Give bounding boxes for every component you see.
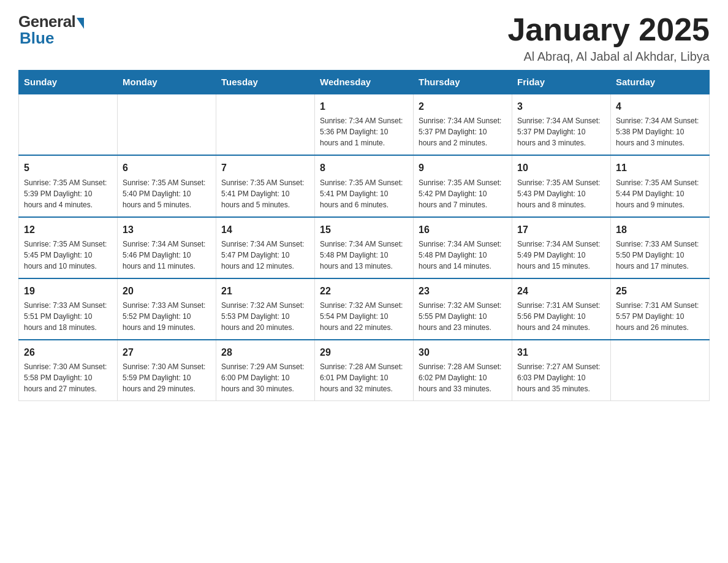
logo-arrow-icon	[77, 18, 84, 29]
day-number: 19	[24, 284, 112, 298]
day-info: Sunrise: 7:32 AM Sunset: 5:53 PM Dayligh…	[221, 300, 309, 333]
day-number: 22	[320, 284, 408, 298]
day-number: 12	[24, 223, 112, 237]
day-number: 23	[419, 284, 507, 298]
day-info: Sunrise: 7:30 AM Sunset: 5:58 PM Dayligh…	[24, 361, 112, 394]
day-number: 2	[419, 99, 507, 113]
day-number: 3	[517, 99, 605, 113]
day-info: Sunrise: 7:28 AM Sunset: 6:01 PM Dayligh…	[320, 361, 408, 394]
calendar-cell	[216, 94, 315, 155]
column-header-tuesday: Tuesday	[216, 71, 315, 94]
calendar-cell: 2Sunrise: 7:34 AM Sunset: 5:37 PM Daylig…	[414, 94, 512, 155]
day-info: Sunrise: 7:33 AM Sunset: 5:52 PM Dayligh…	[123, 300, 211, 333]
day-info: Sunrise: 7:32 AM Sunset: 5:55 PM Dayligh…	[419, 300, 507, 333]
day-number: 25	[616, 284, 704, 298]
day-number: 5	[24, 161, 112, 175]
day-number: 7	[221, 161, 309, 175]
day-number: 18	[616, 223, 704, 237]
calendar-cell: 12Sunrise: 7:35 AM Sunset: 5:45 PM Dayli…	[19, 217, 118, 278]
day-info: Sunrise: 7:27 AM Sunset: 6:03 PM Dayligh…	[517, 361, 605, 394]
day-number: 15	[320, 223, 408, 237]
day-info: Sunrise: 7:35 AM Sunset: 5:42 PM Dayligh…	[419, 177, 507, 210]
day-number: 27	[123, 345, 211, 359]
calendar-week-5: 26Sunrise: 7:30 AM Sunset: 5:58 PM Dayli…	[19, 340, 710, 401]
day-number: 26	[24, 345, 112, 359]
calendar-cell: 7Sunrise: 7:35 AM Sunset: 5:41 PM Daylig…	[216, 155, 315, 216]
day-number: 16	[419, 223, 507, 237]
calendar-cell: 10Sunrise: 7:35 AM Sunset: 5:43 PM Dayli…	[512, 155, 611, 216]
calendar-cell: 30Sunrise: 7:28 AM Sunset: 6:02 PM Dayli…	[414, 340, 512, 401]
day-info: Sunrise: 7:31 AM Sunset: 5:57 PM Dayligh…	[616, 300, 704, 333]
page-header: General Blue January 2025 Al Abraq, Al J…	[18, 12, 710, 64]
day-number: 13	[123, 223, 211, 237]
day-info: Sunrise: 7:35 AM Sunset: 5:44 PM Dayligh…	[616, 177, 704, 210]
day-info: Sunrise: 7:34 AM Sunset: 5:38 PM Dayligh…	[616, 115, 704, 148]
day-number: 8	[320, 161, 408, 175]
calendar-cell: 18Sunrise: 7:33 AM Sunset: 5:50 PM Dayli…	[611, 217, 710, 278]
calendar-cell: 31Sunrise: 7:27 AM Sunset: 6:03 PM Dayli…	[512, 340, 611, 401]
day-info: Sunrise: 7:30 AM Sunset: 5:59 PM Dayligh…	[123, 361, 211, 394]
calendar-week-2: 5Sunrise: 7:35 AM Sunset: 5:39 PM Daylig…	[19, 155, 710, 216]
column-header-thursday: Thursday	[414, 71, 512, 94]
day-number: 20	[123, 284, 211, 298]
calendar-cell: 11Sunrise: 7:35 AM Sunset: 5:44 PM Dayli…	[611, 155, 710, 216]
column-header-saturday: Saturday	[611, 71, 710, 94]
calendar-cell: 22Sunrise: 7:32 AM Sunset: 5:54 PM Dayli…	[315, 278, 414, 340]
calendar-week-4: 19Sunrise: 7:33 AM Sunset: 5:51 PM Dayli…	[19, 278, 710, 340]
day-info: Sunrise: 7:34 AM Sunset: 5:48 PM Dayligh…	[419, 239, 507, 272]
calendar-cell: 23Sunrise: 7:32 AM Sunset: 5:55 PM Dayli…	[414, 278, 512, 340]
day-info: Sunrise: 7:32 AM Sunset: 5:54 PM Dayligh…	[320, 300, 408, 333]
calendar-cell: 27Sunrise: 7:30 AM Sunset: 5:59 PM Dayli…	[118, 340, 216, 401]
day-number: 4	[616, 99, 704, 113]
day-info: Sunrise: 7:34 AM Sunset: 5:37 PM Dayligh…	[419, 115, 507, 148]
location-text: Al Abraq, Al Jabal al Akhdar, Libya	[507, 50, 710, 64]
column-header-friday: Friday	[512, 71, 611, 94]
day-number: 6	[123, 161, 211, 175]
calendar-cell: 15Sunrise: 7:34 AM Sunset: 5:48 PM Dayli…	[315, 217, 414, 278]
calendar-cell: 1Sunrise: 7:34 AM Sunset: 5:36 PM Daylig…	[315, 94, 414, 155]
day-number: 24	[517, 284, 605, 298]
day-number: 31	[517, 345, 605, 359]
day-number: 14	[221, 223, 309, 237]
day-info: Sunrise: 7:34 AM Sunset: 5:49 PM Dayligh…	[517, 239, 605, 272]
day-info: Sunrise: 7:35 AM Sunset: 5:39 PM Dayligh…	[24, 177, 112, 210]
column-header-wednesday: Wednesday	[315, 71, 414, 94]
day-info: Sunrise: 7:35 AM Sunset: 5:41 PM Dayligh…	[320, 177, 408, 210]
calendar-cell: 16Sunrise: 7:34 AM Sunset: 5:48 PM Dayli…	[414, 217, 512, 278]
calendar-cell: 20Sunrise: 7:33 AM Sunset: 5:52 PM Dayli…	[118, 278, 216, 340]
logo-blue-text: Blue	[18, 29, 54, 48]
day-number: 9	[419, 161, 507, 175]
calendar-cell: 14Sunrise: 7:34 AM Sunset: 5:47 PM Dayli…	[216, 217, 315, 278]
calendar-cell	[19, 94, 118, 155]
day-number: 30	[419, 345, 507, 359]
day-info: Sunrise: 7:28 AM Sunset: 6:02 PM Dayligh…	[419, 361, 507, 394]
calendar-cell: 19Sunrise: 7:33 AM Sunset: 5:51 PM Dayli…	[19, 278, 118, 340]
calendar-cell: 26Sunrise: 7:30 AM Sunset: 5:58 PM Dayli…	[19, 340, 118, 401]
calendar-week-3: 12Sunrise: 7:35 AM Sunset: 5:45 PM Dayli…	[19, 217, 710, 278]
day-info: Sunrise: 7:33 AM Sunset: 5:50 PM Dayligh…	[616, 239, 704, 272]
day-number: 28	[221, 345, 309, 359]
calendar-cell: 6Sunrise: 7:35 AM Sunset: 5:40 PM Daylig…	[118, 155, 216, 216]
day-info: Sunrise: 7:34 AM Sunset: 5:47 PM Dayligh…	[221, 239, 309, 272]
calendar-cell: 29Sunrise: 7:28 AM Sunset: 6:01 PM Dayli…	[315, 340, 414, 401]
day-info: Sunrise: 7:35 AM Sunset: 5:43 PM Dayligh…	[517, 177, 605, 210]
day-number: 10	[517, 161, 605, 175]
day-number: 11	[616, 161, 704, 175]
calendar-cell: 24Sunrise: 7:31 AM Sunset: 5:56 PM Dayli…	[512, 278, 611, 340]
calendar-cell: 17Sunrise: 7:34 AM Sunset: 5:49 PM Dayli…	[512, 217, 611, 278]
day-info: Sunrise: 7:35 AM Sunset: 5:40 PM Dayligh…	[123, 177, 211, 210]
calendar-cell: 3Sunrise: 7:34 AM Sunset: 5:37 PM Daylig…	[512, 94, 611, 155]
calendar-table: SundayMondayTuesdayWednesdayThursdayFrid…	[18, 70, 710, 401]
calendar-cell: 8Sunrise: 7:35 AM Sunset: 5:41 PM Daylig…	[315, 155, 414, 216]
calendar-cell: 5Sunrise: 7:35 AM Sunset: 5:39 PM Daylig…	[19, 155, 118, 216]
calendar-cell: 25Sunrise: 7:31 AM Sunset: 5:57 PM Dayli…	[611, 278, 710, 340]
column-header-monday: Monday	[118, 71, 216, 94]
calendar-cell: 13Sunrise: 7:34 AM Sunset: 5:46 PM Dayli…	[118, 217, 216, 278]
logo: General Blue	[18, 12, 84, 48]
calendar-cell	[118, 94, 216, 155]
day-info: Sunrise: 7:34 AM Sunset: 5:37 PM Dayligh…	[517, 115, 605, 148]
day-number: 21	[221, 284, 309, 298]
calendar-week-1: 1Sunrise: 7:34 AM Sunset: 5:36 PM Daylig…	[19, 94, 710, 155]
day-info: Sunrise: 7:34 AM Sunset: 5:36 PM Dayligh…	[320, 115, 408, 148]
day-info: Sunrise: 7:31 AM Sunset: 5:56 PM Dayligh…	[517, 300, 605, 333]
